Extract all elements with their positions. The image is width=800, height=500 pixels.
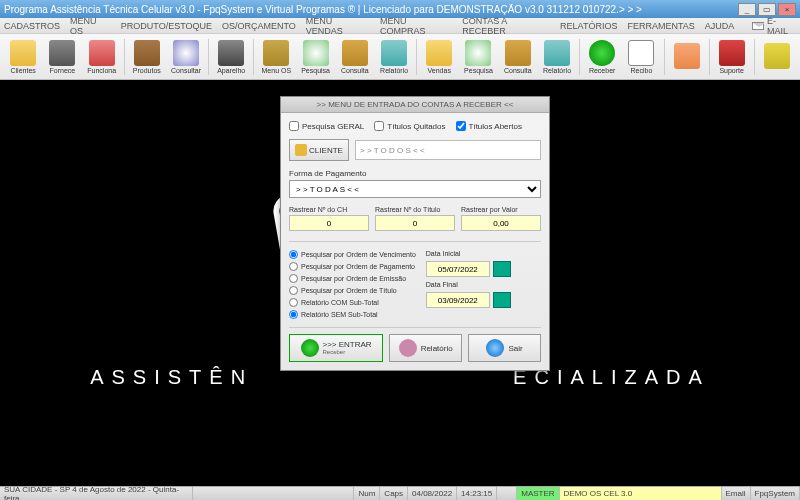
menu-produto[interactable]: PRODUTO/ESTOQUE (121, 21, 212, 31)
status-master: MASTER (517, 487, 559, 500)
relatorio-icon (399, 339, 417, 357)
toolbar: ClientesForneceFuncionaProdutosConsultar… (0, 34, 800, 80)
calendar-final-button[interactable] (493, 292, 511, 308)
ic-pesquisa-icon (465, 40, 491, 66)
toolbar-consultar[interactable]: Consultar (167, 36, 205, 78)
toolbar-recibo[interactable]: Recibo (622, 36, 660, 78)
rastrear-ch-label: Rastrear Nº do CH (289, 206, 369, 213)
toolbar-clientes[interactable]: Clientes (4, 36, 42, 78)
menu-relatorios[interactable]: RELATÓRIOS (560, 21, 617, 31)
status-caps: Caps (380, 487, 408, 500)
data-inicial-label: Data Inicial (426, 250, 511, 257)
rastrear-titulo-label: Rastrear Nº do Título (375, 206, 455, 213)
data-inicial-input[interactable] (426, 261, 490, 277)
dialog-title: >> MENU DE ENTRADA DO CONTAS A RECEBER <… (281, 97, 549, 113)
ic-fornece-icon (49, 40, 75, 66)
close-button[interactable]: × (778, 3, 796, 16)
rastrear-valor-label: Rastrear por Valor (461, 206, 541, 213)
ic-relatorio-icon (544, 40, 570, 66)
cliente-button[interactable]: CLIENTE (289, 139, 349, 161)
relatorio-button[interactable]: Relatório (389, 334, 462, 362)
status-city: SUA CIDADE - SP 4 de Agosto de 2022 - Qu… (0, 487, 193, 500)
toolbar-produtos[interactable]: Produtos (128, 36, 166, 78)
ic-vendas-icon (426, 40, 452, 66)
menu-ferramentas[interactable]: FERRAMENTAS (627, 21, 694, 31)
radio-ordem-vencimento[interactable]: Pesquisar por Ordem de Vencimento (289, 250, 416, 259)
ic-receber-icon (589, 40, 615, 66)
status-time: 14:23:15 (457, 487, 497, 500)
ic-consulta-icon (342, 40, 368, 66)
status-fpq[interactable]: FpqSystem (751, 487, 800, 500)
radio-ordem-titulo[interactable]: Pesquisar por Ordem de Título (289, 286, 416, 295)
ic-pesquisa-icon (303, 40, 329, 66)
toolbar-receber[interactable]: Receber (583, 36, 621, 78)
ic-funciona-icon (89, 40, 115, 66)
toolbar-btn16[interactable] (667, 36, 705, 78)
status-email[interactable]: Email (722, 487, 751, 500)
chk-titulos-abertos[interactable]: Títulos Abertos (456, 121, 522, 131)
radio-sem-subtotal[interactable]: Relatório SEM Sub-Total (289, 310, 416, 319)
toolbar-funciona[interactable]: Funciona (83, 36, 121, 78)
radio-com-subtotal[interactable]: Relatório COM Sub-Total (289, 298, 416, 307)
toolbar-pesquisa[interactable]: Pesquisa (296, 36, 334, 78)
ic-clientes-icon (10, 40, 36, 66)
ic-avatar-icon (674, 43, 700, 69)
toolbar-consulta[interactable]: Consulta (336, 36, 374, 78)
sair-button[interactable]: Sair (468, 334, 541, 362)
ic-menuos-icon (263, 40, 289, 66)
forma-pagamento-select[interactable]: > > T O D A S < < (289, 180, 541, 198)
toolbar-fornece[interactable]: Fornece (43, 36, 81, 78)
contas-receber-dialog: >> MENU DE ENTRADA DO CONTAS A RECEBER <… (280, 96, 550, 371)
ic-aparelho-icon (218, 40, 244, 66)
chk-titulos-quitados[interactable]: Títulos Quitados (374, 121, 445, 131)
menu-email[interactable]: E-MAIL (752, 16, 796, 36)
toolbar-vendas[interactable]: Vendas (420, 36, 458, 78)
toolbar-menu os[interactable]: Menu OS (257, 36, 295, 78)
statusbar: SUA CIDADE - SP 4 de Agosto de 2022 - Qu… (0, 486, 800, 500)
calendar-inicial-button[interactable] (493, 261, 511, 277)
email-icon (752, 22, 764, 30)
toolbar-btn18[interactable] (758, 36, 796, 78)
data-final-input[interactable] (426, 292, 490, 308)
maximize-button[interactable]: ▭ (758, 3, 776, 16)
radio-ordem-emissao[interactable]: Pesquisar por Ordem de Emissão (289, 274, 416, 283)
toolbar-aparelho[interactable]: Aparelho (212, 36, 250, 78)
ic-recibo-icon (628, 40, 654, 66)
menu-menuos[interactable]: MENU OS (70, 16, 111, 36)
logo-sub-left: ASSISTÊN (90, 366, 253, 389)
menu-ajuda[interactable]: AJUDA (705, 21, 735, 31)
menu-compras[interactable]: MENU COMPRAS (380, 16, 452, 36)
forma-pagamento-label: Forma de Pagamento (289, 169, 541, 178)
menubar: CADASTROS MENU OS PRODUTO/ESTOQUE OS/ORÇ… (0, 18, 800, 34)
sair-icon (486, 339, 504, 357)
chk-pesquisa-geral[interactable]: Pesquisa GERAL (289, 121, 364, 131)
entrar-button[interactable]: >>> ENTRARReceber (289, 334, 383, 362)
menu-vendas[interactable]: MENU VENDAS (306, 16, 370, 36)
menu-cadastros[interactable]: CADASTROS (4, 21, 60, 31)
rastrear-titulo-input[interactable] (375, 215, 455, 231)
toolbar-pesquisa[interactable]: Pesquisa (459, 36, 497, 78)
ic-relatorio-icon (381, 40, 407, 66)
status-demo: DEMO OS CEL 3.0 (560, 487, 722, 500)
window-title: Programa Assistência Técnica Celular v3.… (4, 4, 738, 15)
status-num: Num (354, 487, 380, 500)
cliente-todos-field[interactable]: > > T O D O S < < (355, 140, 541, 160)
menu-receber[interactable]: CONTAS A RECEBER (462, 16, 550, 36)
radio-ordem-pagamento[interactable]: Pesquisar por Ordem de Pagamento (289, 262, 416, 271)
toolbar-consulta[interactable]: Consulta (499, 36, 537, 78)
ic-exit-icon (764, 43, 790, 69)
ic-consultar-icon (173, 40, 199, 66)
rastrear-valor-input[interactable] (461, 215, 541, 231)
minimize-button[interactable]: _ (738, 3, 756, 16)
ic-consulta-icon (505, 40, 531, 66)
toolbar-relatório[interactable]: Relatório (538, 36, 576, 78)
status-spacer (193, 487, 355, 500)
ic-produtos-icon (134, 40, 160, 66)
toolbar-relatório[interactable]: Relatório (375, 36, 413, 78)
ic-suporte-icon (719, 40, 745, 66)
cliente-icon (295, 144, 307, 156)
rastrear-ch-input[interactable] (289, 215, 369, 231)
status-date: 04/08/2022 (408, 487, 457, 500)
toolbar-suporte[interactable]: Suporte (713, 36, 751, 78)
menu-orcamento[interactable]: OS/ORÇAMENTO (222, 21, 296, 31)
